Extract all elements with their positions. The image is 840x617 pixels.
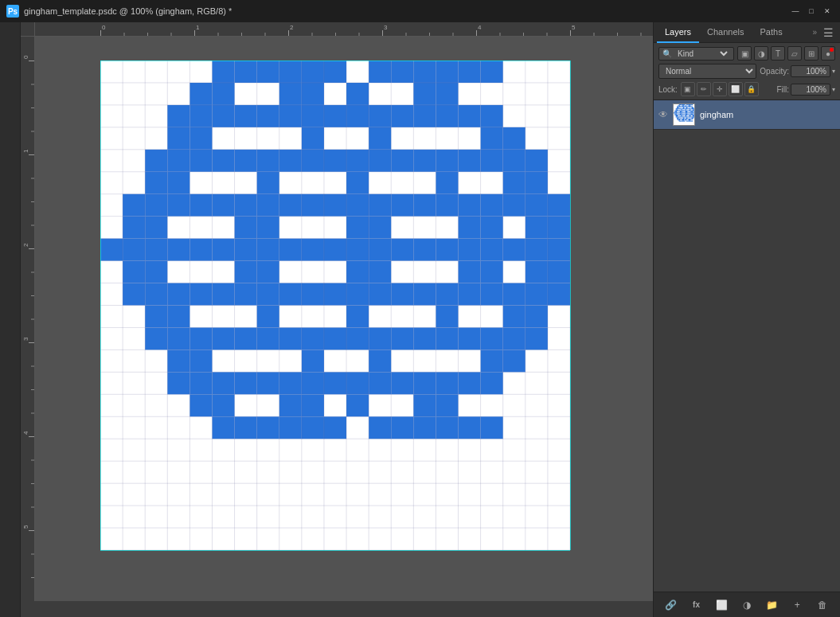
filter-toggle-button[interactable]: ● (821, 46, 835, 61)
fx-button[interactable]: fx (688, 596, 705, 614)
filter-adjustment-button[interactable]: ◑ (754, 46, 768, 61)
layer-list[interactable]: 👁 gingham (654, 100, 840, 592)
lock-artboard-button[interactable]: ⬜ (729, 82, 743, 96)
right-panel: Layers Channels Paths » ☰ 🔍 Kind (653, 22, 840, 617)
kind-filter-wrap: 🔍 Kind (658, 47, 734, 61)
lock-fill-row: Lock: ▣ ✏ ✛ ⬜ 🔒 Fill: ▾ (658, 82, 835, 96)
tab-layers[interactable]: Layers (657, 22, 699, 43)
filter-type-button[interactable]: T (771, 46, 785, 61)
app-icon: Ps (6, 5, 19, 18)
collapse-button[interactable]: » (809, 28, 820, 37)
add-adjustment-button[interactable]: ◑ (738, 596, 756, 614)
lock-position-button[interactable]: ✛ (713, 82, 727, 96)
filter-row: 🔍 Kind ▣ ◑ T ▱ ⊞ ● (658, 46, 835, 61)
panel-bottom-toolbar: 🔗 fx ⬜ ◑ 📁 + 🗑 (654, 592, 840, 617)
lock-label: Lock: (658, 85, 678, 94)
filter-smart-button[interactable]: ⊞ (804, 46, 819, 61)
fill-label: Fill: (776, 85, 789, 94)
delete-layer-button[interactable]: 🗑 (814, 596, 831, 614)
canvas-area[interactable]: 100% 5.01 cm × 5.01 cm (300 ppi) › (21, 22, 653, 617)
ruler-vertical (21, 37, 35, 601)
layer-item-gingham[interactable]: 👁 gingham (654, 100, 840, 130)
close-button[interactable]: ✕ (821, 5, 834, 18)
lock-image-button[interactable]: ✏ (697, 82, 711, 96)
add-mask-button[interactable]: ⬜ (713, 596, 730, 614)
layers-panel: Layers Channels Paths » ☰ 🔍 Kind (654, 22, 840, 617)
kind-select[interactable]: Kind (674, 49, 730, 59)
tab-paths[interactable]: Paths (752, 22, 791, 43)
window-title: gingham_template.psdc @ 100% (gingham, R… (24, 6, 789, 16)
window-controls: — □ ✕ (789, 5, 834, 18)
blend-mode-select[interactable]: Normal (658, 64, 756, 79)
opacity-label: Opacity: (760, 67, 789, 76)
opacity-arrow[interactable]: ▾ (832, 68, 835, 75)
pixel-art-canvas[interactable] (100, 61, 570, 550)
panel-controls: 🔍 Kind ▣ ◑ T ▱ ⊞ ● (654, 43, 840, 100)
fill-wrap: Fill: ▾ (776, 84, 835, 96)
maximize-button[interactable]: □ (805, 5, 818, 18)
canvas-document (100, 61, 570, 550)
panel-menu-button[interactable]: ☰ (820, 26, 837, 39)
filter-icons: ▣ ◑ T ▱ ⊞ ● (737, 46, 835, 61)
add-group-button[interactable]: 📁 (764, 596, 781, 614)
layer-thumbnail-canvas (674, 104, 695, 126)
fill-input[interactable] (791, 84, 830, 96)
lock-transparent-button[interactable]: ▣ (681, 82, 695, 96)
ruler-horizontal (35, 22, 653, 37)
layer-visibility-toggle[interactable]: 👁 (658, 109, 668, 120)
lock-all-button[interactable]: 🔒 (744, 82, 759, 96)
fill-arrow[interactable]: ▾ (832, 86, 835, 93)
tools-sidebar (0, 22, 21, 617)
title-bar: Ps gingham_template.psdc @ 100% (gingham… (0, 0, 840, 22)
tab-channels[interactable]: Channels (699, 22, 752, 43)
layer-name: gingham (700, 110, 835, 119)
link-layers-button[interactable]: 🔗 (662, 596, 680, 614)
filter-shape-button[interactable]: ▱ (787, 46, 802, 61)
main-layout: 100% 5.01 cm × 5.01 cm (300 ppi) › Layer… (0, 22, 840, 617)
canvas-viewport[interactable] (35, 37, 653, 601)
opacity-wrap: Opacity: ▾ (760, 65, 835, 77)
lock-icons: ▣ ✏ ✛ ⬜ 🔒 (681, 82, 774, 96)
blend-opacity-row: Normal Opacity: ▾ (658, 64, 835, 79)
filter-pixel-button[interactable]: ▣ (737, 46, 752, 61)
search-icon: 🔍 (662, 49, 672, 58)
ruler-corner (21, 22, 35, 37)
panel-tabs: Layers Channels Paths » ☰ (654, 22, 840, 43)
layer-thumbnail (673, 103, 695, 126)
opacity-input[interactable] (791, 65, 830, 77)
new-layer-button[interactable]: + (788, 596, 806, 614)
minimize-button[interactable]: — (789, 5, 802, 18)
